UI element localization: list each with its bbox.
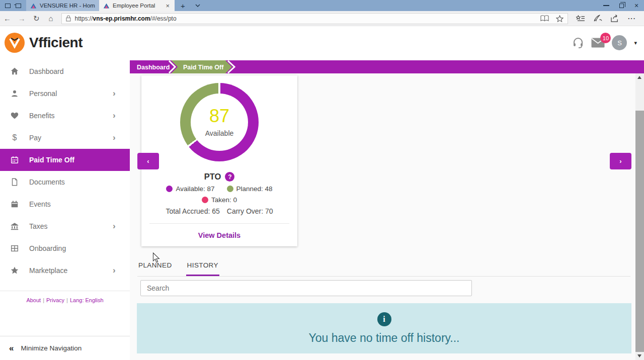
reading-view-icon[interactable] (540, 15, 549, 22)
forward-icon[interactable]: → (15, 14, 29, 23)
sidebar-item-taxes[interactable]: Taxes › (0, 215, 130, 237)
address-bar[interactable]: https://vns-ep.prismhr.com/#/ess/pto (61, 13, 569, 24)
brand-logo[interactable]: Vfficient (4, 32, 83, 53)
breadcrumb-dashboard[interactable]: Dashboard (137, 64, 170, 71)
lock-icon (66, 15, 71, 22)
prismhr-favicon (103, 3, 110, 9)
pto-available-value: 87 (209, 107, 229, 125)
new-tab-button[interactable]: + (175, 0, 191, 11)
pto-legend-row-1: Available: 87 Planned: 48 (141, 185, 297, 193)
window-controls: × (599, 0, 644, 11)
info-icon: i (377, 312, 391, 326)
home-icon (0, 67, 29, 76)
toolbar-extensions: ··· (568, 15, 644, 22)
home-icon[interactable]: ⌂ (44, 14, 58, 23)
pto-available-label: Available (205, 129, 234, 137)
document-icon (0, 177, 29, 187)
tab-title: VENSURE HR - Home (40, 3, 95, 9)
main-content: 87 Available PTO ? Available: 87 Planned… (130, 73, 635, 360)
scroll-down-icon[interactable] (637, 354, 641, 357)
carry-over: Carry Over: 70 (227, 207, 273, 215)
browser-toolbar: ← → ↻ ⌂ https://vns-ep.prismhr.com/#/ess… (0, 11, 644, 26)
tab-planned[interactable]: PLANNED (137, 256, 173, 276)
carousel-next-button[interactable]: › (610, 153, 631, 169)
sidebar-item-pay[interactable]: $ Pay › (0, 127, 130, 149)
bank-icon (0, 222, 29, 231)
sidebar-item-onboarding[interactable]: Onboarding (0, 237, 130, 259)
star-icon (0, 266, 29, 275)
carousel-prev-button[interactable]: ‹ (137, 153, 159, 169)
sidebar-item-paid-time-off[interactable]: Paid Time Off (0, 149, 130, 171)
sidebar-footer-links: About|Privacy|Lang: English (0, 291, 130, 309)
breadcrumb-paid-time-off[interactable]: Paid Time Off (183, 64, 224, 71)
chevron-right-icon: › (113, 133, 130, 143)
legend-dot-planned (227, 186, 233, 192)
notification-badge: 10 (600, 33, 611, 43)
browser-tab-vensure[interactable]: VENSURE HR - Home (26, 0, 99, 11)
prismhr-favicon (30, 3, 37, 9)
browser-tab-employee-portal[interactable]: Employee Portal × (99, 0, 175, 11)
person-icon (0, 89, 29, 98)
total-accrued: Total Accrued: 65 (166, 207, 219, 215)
page-scrollbar[interactable] (635, 73, 644, 360)
tab-history[interactable]: HISTORY (186, 256, 219, 276)
account-menu-caret-icon[interactable]: ▾ (634, 40, 637, 46)
chevron-right-icon: › (113, 111, 130, 121)
share-icon[interactable] (611, 15, 619, 22)
card-divider (149, 223, 289, 224)
web-note-pen-icon[interactable] (594, 15, 602, 22)
sidebar-item-benefits[interactable]: Benefits › (0, 105, 130, 127)
sidebar-nav: Dashboard Personal › Benefits › $ Pay › … (0, 60, 130, 360)
time-off-tabs: PLANNED HISTORY (137, 256, 630, 277)
privacy-link[interactable]: Privacy (46, 297, 64, 303)
brand-name: Vfficient (29, 35, 83, 51)
url-text[interactable]: https://vns-ep.prismhr.com/#/ess/pto (75, 15, 537, 22)
breadcrumb: Dashboard Paid Time Off (130, 60, 644, 73)
app-header: Vfficient 10 S ▾ (0, 26, 644, 60)
double-chevron-left-icon: « (9, 343, 14, 353)
tab-list-chevron-icon[interactable] (191, 0, 204, 11)
tab-title: Employee Portal (113, 3, 162, 9)
help-icon[interactable]: ? (225, 172, 234, 182)
close-window-button[interactable]: × (629, 0, 644, 11)
sidebar-item-marketplace[interactable]: Marketplace › (0, 259, 130, 282)
legend-dot-available (166, 186, 173, 192)
empty-history-banner: i You have no time off history... (137, 303, 631, 353)
favorite-star-icon[interactable] (556, 15, 564, 22)
avatar[interactable]: S (612, 35, 627, 50)
tab-preview-icon[interactable] (5, 4, 11, 8)
view-details-link[interactable]: View Details (141, 231, 297, 239)
favorites-list-icon[interactable] (576, 15, 585, 22)
pto-totals: Total Accrued: 65 Carry Over: 70 (141, 207, 297, 215)
sidebar-item-events[interactable]: Events (0, 193, 130, 215)
close-tab-icon[interactable]: × (165, 2, 171, 10)
set-tabs-aside-icon[interactable] (16, 4, 21, 8)
minimize-navigation-button[interactable]: « Minimize Navigation (0, 336, 130, 360)
sidebar-item-dashboard[interactable]: Dashboard (0, 60, 130, 82)
about-link[interactable]: About (26, 297, 41, 303)
restore-window-button[interactable] (614, 0, 629, 11)
heart-icon (0, 111, 29, 120)
scroll-up-icon[interactable] (637, 76, 641, 79)
pto-card: 87 Available PTO ? Available: 87 Planned… (141, 75, 297, 246)
search-input[interactable] (140, 280, 472, 296)
chevron-right-icon: › (113, 221, 130, 231)
pto-card-title: PTO (204, 172, 221, 182)
more-menu-icon[interactable]: ··· (628, 15, 636, 22)
legend-dot-taken (202, 197, 208, 203)
refresh-icon[interactable]: ↻ (29, 14, 44, 23)
language-link[interactable]: Lang: English (70, 297, 104, 303)
screen: VENSURE HR - Home Employee Portal × + × … (0, 0, 644, 360)
support-headset-icon[interactable] (572, 37, 584, 49)
messages-button[interactable]: 10 (591, 38, 605, 48)
calendar-icon (0, 155, 29, 164)
empty-history-message: You have no time off history... (308, 331, 459, 345)
events-calendar-icon (0, 200, 29, 209)
table-icon (0, 244, 29, 253)
tab-preview-buttons[interactable] (0, 0, 26, 11)
back-icon[interactable]: ← (0, 14, 15, 23)
sidebar-item-personal[interactable]: Personal › (0, 82, 130, 105)
scrollbar-thumb[interactable] (635, 111, 644, 352)
minimize-window-button[interactable] (599, 0, 614, 11)
sidebar-item-documents[interactable]: Documents (0, 171, 130, 193)
